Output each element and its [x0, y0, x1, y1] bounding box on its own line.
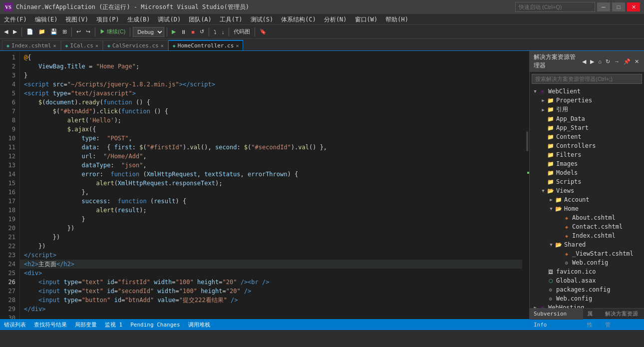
menu-view[interactable]: 视图(V) [61, 14, 92, 25]
folder-icon-properties: 📁 [547, 96, 555, 104]
menu-team[interactable]: 团队(A) [185, 14, 216, 25]
tree-item-webhosting[interactable]: ▶ ⊞ WebHosting [530, 303, 644, 308]
restart-button[interactable]: ↺ [198, 26, 206, 37]
new-file-button[interactable]: 📄 [24, 26, 35, 37]
step-into-button[interactable]: ↓ [220, 26, 227, 37]
undo-button[interactable]: ↩ [74, 26, 83, 37]
tree-label-home: Home [564, 205, 579, 212]
open-button[interactable]: 📁 [36, 26, 47, 37]
save-all-button[interactable]: ⊞ [60, 26, 69, 37]
tree-item-packages[interactable]: ⚙ packages.config [530, 285, 644, 294]
tree-item-webconfig[interactable]: ⚙ Web.config [530, 294, 644, 303]
debug-mode-dropdown[interactable]: Debug [133, 27, 164, 37]
tree-item-content[interactable]: 📁 Content [530, 132, 644, 141]
tab-close-calservices[interactable]: ✕ [161, 43, 164, 48]
tab-index-cshtml[interactable]: ◈ Index.cshtml ✕ [2, 40, 61, 50]
menu-project[interactable]: 项目(P) [92, 14, 123, 25]
tree-item-appstart[interactable]: 📁 App_Start [530, 123, 644, 132]
tab-label-ical: ICal.cs [70, 42, 93, 49]
se-home-button[interactable]: ⌂ [597, 58, 603, 65]
tree-item-account[interactable]: ▶ 📁 Account [530, 195, 644, 204]
se-tab-solution[interactable]: 解决方案资源管 [601, 309, 644, 320]
tree-item-viewstart[interactable]: ◈ _ViewStart.cshtml [530, 249, 644, 258]
tree-item-home[interactable]: ▼ 📂 Home [530, 204, 644, 213]
se-pin-button[interactable]: 📌 [623, 58, 632, 65]
tree-item-refs[interactable]: ▶ 📁 引用 [530, 105, 644, 114]
back-button[interactable]: ◀ [2, 26, 10, 37]
tree-item-shared[interactable]: ▼ 📂 Shared [530, 240, 644, 249]
pause-button[interactable]: ⏸ [179, 26, 188, 37]
forward-button[interactable]: ▶ [11, 26, 19, 37]
menu-edit[interactable]: 编辑(E) [31, 14, 62, 25]
se-tab-properties[interactable]: 属性 [583, 309, 601, 320]
se-arrow-right-button[interactable]: → [613, 58, 621, 65]
tree-item-index-cshtml[interactable]: ◈ Index.cshtml [530, 231, 644, 240]
step-over-button[interactable]: ⤵ [212, 26, 219, 37]
tab-ical-cs[interactable]: ◈ ICal.cs ✕ [61, 40, 103, 50]
tree-label-index: Index.cshtml [572, 232, 616, 239]
tree-item-webconfig-shared[interactable]: ⚙ Web.config [530, 258, 644, 267]
tab-close-index[interactable]: ✕ [53, 43, 56, 48]
tree-item-models[interactable]: 📁 Models [530, 168, 644, 177]
tree-item-images[interactable]: 📁 Images [530, 159, 644, 168]
tree-item-appdata[interactable]: 📁 App_Data [530, 114, 644, 123]
se-search-input[interactable] [532, 74, 642, 84]
tree-item-about[interactable]: ◈ About.cshtml [530, 213, 644, 222]
menu-help[interactable]: 帮助(H) [381, 14, 412, 25]
menu-build[interactable]: 生成(B) [123, 14, 154, 25]
tree-label-properties: Properties [556, 97, 592, 104]
quick-launch-input[interactable] [515, 2, 595, 12]
code-line-26: <h2>主页面</h2> [20, 260, 522, 269]
tree-item-filters[interactable]: 📁 Filters [530, 150, 644, 159]
menu-window[interactable]: 窗口(W) [351, 14, 382, 25]
tree-item-views[interactable]: ▼ 📂 Views [530, 186, 644, 195]
se-refresh-button[interactable]: ↻ [605, 58, 611, 65]
tree-item-favicon[interactable]: 🖼 favicon.ico [530, 267, 644, 276]
code-line-12: data: { first: $("#firstId").val(), seco… [20, 143, 522, 152]
menu-tools[interactable]: 工具(T) [216, 14, 247, 25]
code-line-32: </div> [20, 305, 522, 314]
save-button[interactable]: 💾 [48, 26, 59, 37]
menu-arch[interactable]: 体系结构(C) [277, 14, 320, 25]
menu-analyze[interactable]: 分析(N) [320, 14, 351, 25]
status-call-stack[interactable]: 调用堆栈 [188, 321, 210, 329]
se-tab-subversion[interactable]: Subversion Info [530, 309, 583, 320]
maximize-button[interactable]: □ [612, 2, 625, 11]
tab-close-ical[interactable]: ✕ [95, 43, 98, 48]
tab-close-homecontroller[interactable]: ✕ [236, 43, 239, 48]
minimize-button[interactable]: ─ [597, 2, 610, 11]
start-debug-button[interactable]: ▶ [170, 26, 178, 37]
tree-item-contact[interactable]: ◈ Contact.cshtml [530, 222, 644, 231]
tab-calservices-cs[interactable]: ◈ CalServices.cs ✕ [103, 40, 168, 50]
tree-item-webclient[interactable]: ▼ ⊞ WebClient [530, 87, 644, 96]
tree-item-global[interactable]: ⬡ Global.asax [530, 276, 644, 285]
menu-debug[interactable]: 调试(D) [154, 14, 185, 25]
menu-file[interactable]: 文件(F) [0, 14, 31, 25]
menu-test[interactable]: 测试(S) [247, 14, 278, 25]
se-forward-button[interactable]: ▶ [589, 58, 595, 65]
code-content-area[interactable]: @{ ViewBag.Title = "Home Page"; } <scrip… [20, 51, 522, 319]
scroll-thumb[interactable] [526, 131, 528, 151]
code-line-18: success: function (result) { [20, 197, 522, 206]
stop-button[interactable]: ■ [189, 26, 197, 37]
vs-logo-icon: VS [4, 2, 13, 11]
bookmark-button[interactable]: 🔖 [258, 26, 269, 37]
status-watch1[interactable]: 监视 1 [105, 321, 122, 329]
code-map-button[interactable]: 代码图 [232, 26, 252, 37]
continue-button[interactable]: ▶ 继续(C) [98, 26, 127, 37]
tree-item-scripts[interactable]: 📁 Scripts [530, 177, 644, 186]
tab-homecontroller-cs[interactable]: ◈ HomeController.cs ✕ [168, 40, 244, 50]
status-errors[interactable]: 错误列表 [4, 321, 26, 329]
se-back-button[interactable]: ◀ [581, 58, 587, 65]
folder-icon-views: 📂 [547, 187, 555, 195]
toolbar-separator-3 [95, 27, 95, 36]
close-button[interactable]: ✕ [627, 2, 640, 11]
status-find-symbols[interactable]: 查找符号结果 [34, 321, 67, 329]
tree-item-controllers[interactable]: 📁 Controllers [530, 141, 644, 150]
tree-item-properties[interactable]: ▶ 📁 Properties [530, 96, 644, 105]
status-pending-changes[interactable]: Pending Changes [130, 322, 180, 328]
code-line-24: </script> [20, 251, 522, 260]
se-close-button[interactable]: ✕ [634, 58, 640, 65]
redo-button[interactable]: ↪ [84, 26, 92, 37]
status-locals[interactable]: 局部变量 [75, 321, 97, 329]
